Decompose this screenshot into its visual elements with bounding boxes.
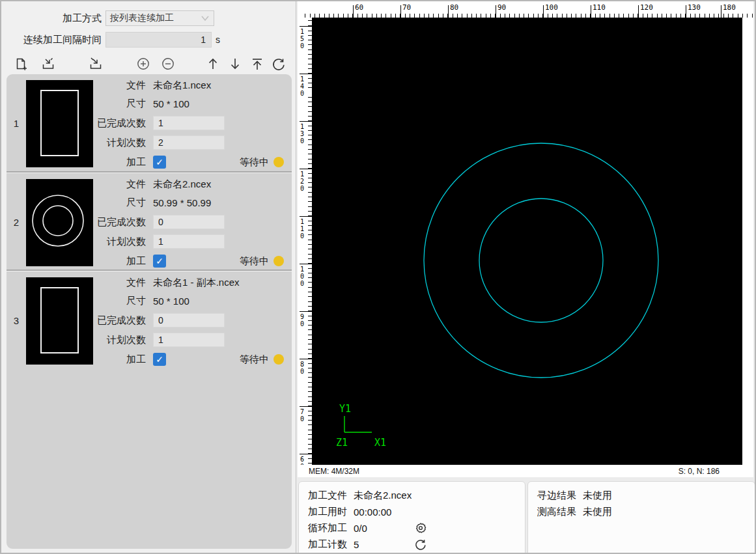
done-count-input[interactable]: [153, 116, 225, 130]
work-canvas[interactable]: Y1 Z1 X1: [312, 18, 742, 465]
file-label: 文件: [93, 79, 153, 92]
segment-count-status: S: 0, N: 186: [679, 467, 720, 476]
add-file-icon: [14, 57, 28, 71]
ruler-label: 1 1 0: [300, 218, 304, 240]
processing-status-card: 加工文件未命名2.ncex加工用时00:00:00循环加工0/0加工计数5: [298, 481, 525, 554]
file-value: 未命名2.ncex: [153, 178, 211, 191]
job-list-item[interactable]: 3 文件 未命名1 - 副本.ncex 尺寸 50 * 100 已完成次数 计划…: [7, 271, 292, 369]
ruler-major-tick: [300, 216, 312, 217]
status-row-label: 循环加工: [308, 522, 347, 534]
remove-circle-icon: [161, 57, 175, 71]
job-index: 1: [7, 74, 26, 173]
process-checkbox[interactable]: ✓: [153, 156, 166, 169]
status-row: 循环加工0/0: [308, 520, 516, 536]
mode-dropdown[interactable]: 按列表连续加工: [105, 10, 214, 26]
job-list-item[interactable]: 2 文件 未命名2.ncex 尺寸 50.99 * 50.99 已完成次数 计划…: [7, 173, 292, 271]
planned-count-input[interactable]: [153, 135, 225, 150]
job-index: 2: [7, 173, 26, 271]
export-file-button[interactable]: [89, 55, 104, 72]
file-value: 未命名1.ncex: [153, 79, 211, 92]
export-icon: [89, 57, 103, 71]
planned-count-label: 计划次数: [93, 137, 153, 149]
ruler-major-tick: [300, 406, 312, 407]
ruler-label: 120: [640, 3, 653, 12]
inner-circle-shape: [479, 199, 603, 322]
ruler-label: 80: [450, 3, 458, 12]
process-label: 加工: [93, 255, 153, 268]
ruler-label: 7 0: [300, 408, 304, 422]
size-value: 50 * 100: [153, 98, 189, 109]
axis-x-label: X1: [374, 437, 386, 449]
status-row: 加工用时00:00:00: [308, 504, 516, 520]
ruler-label: 90: [497, 3, 506, 12]
interval-unit: s: [216, 35, 220, 45]
size-value: 50.99 * 50.99: [153, 197, 211, 208]
move-down-icon: [228, 57, 242, 71]
ruler-major-tick: [543, 5, 544, 18]
gear-icon[interactable]: [414, 521, 427, 534]
status-row-value: 00:00:00: [354, 506, 391, 518]
ruler-label: 1 5 0: [300, 28, 304, 49]
ruler-major-tick: [496, 5, 496, 18]
status-row: 加工文件未命名2.ncex: [308, 488, 516, 504]
ruler-major-tick: [300, 26, 312, 27]
planned-count-input[interactable]: [153, 333, 225, 347]
result-status-card: 寻边结果未使用测高结果未使用: [527, 481, 755, 554]
size-label: 尺寸: [93, 197, 153, 209]
ruler-major-tick: [721, 5, 721, 18]
status-dot-icon: [273, 354, 284, 365]
move-to-top-button[interactable]: [249, 55, 264, 72]
planned-count-input[interactable]: [153, 234, 225, 249]
status-row-label: 加工用时: [308, 506, 347, 518]
axis-indicator: Y1 Z1 X1: [336, 403, 386, 449]
top-ruler: 60708090100110120130180: [298, 1, 753, 18]
ruler-label: 110: [593, 3, 606, 12]
ruler-major-tick: [638, 5, 639, 18]
add-file-button[interactable]: [13, 55, 28, 72]
ruler-major-tick: [686, 5, 686, 18]
status-row: 加工计数5: [308, 536, 516, 553]
import-file-button[interactable]: [41, 55, 56, 72]
ruler-major-tick: [300, 311, 312, 312]
process-checkbox[interactable]: ✓: [153, 255, 166, 268]
ruler-major-tick: [300, 359, 312, 359]
done-count-input[interactable]: [153, 313, 225, 327]
ruler-major-tick: [448, 5, 449, 18]
job-index: 3: [7, 271, 26, 370]
add-count-button[interactable]: [136, 55, 151, 72]
process-checkbox[interactable]: ✓: [153, 353, 166, 366]
file-label: 文件: [93, 277, 153, 289]
done-count-input[interactable]: [153, 215, 225, 229]
ruler-major-tick: [300, 264, 312, 264]
done-count-label: 已完成次数: [93, 314, 153, 327]
axis-z-label: Z1: [336, 437, 348, 449]
job-thumbnail: [26, 179, 93, 266]
job-list-item[interactable]: 1 文件 未命名1.ncex 尺寸 50 * 100 已完成次数 计划次数 加工…: [7, 74, 292, 173]
job-toolbar: [13, 53, 287, 74]
ruler-label: 1 2 0: [300, 171, 304, 192]
ruler-label: 60: [355, 3, 363, 12]
ruler-major-tick: [591, 5, 591, 18]
ruler-label: 1 0 0: [300, 266, 304, 287]
planned-count-label: 计划次数: [93, 334, 153, 346]
bottom-info-area: 加工文件未命名2.ncex加工用时00:00:00循环加工0/0加工计数5 寻边…: [298, 477, 756, 554]
status-row-value: 未使用: [583, 506, 612, 518]
ruler-label: 130: [688, 3, 701, 12]
interval-label: 连续加工间隔时间: [1, 34, 105, 46]
move-down-button[interactable]: [227, 55, 242, 72]
ruler-label: 1 3 0: [300, 123, 304, 145]
axis-y-label: Y1: [339, 403, 351, 415]
canvas-status-strip: MEM: 4M/32M S: 0, N: 186: [298, 465, 753, 477]
status-row-value: 未使用: [583, 490, 612, 502]
job-list[interactable]: 1 文件 未命名1.ncex 尺寸 50 * 100 已完成次数 计划次数 加工…: [7, 74, 292, 549]
interval-input[interactable]: [105, 32, 212, 48]
move-up-button[interactable]: [205, 55, 220, 72]
process-label: 加工: [93, 156, 153, 169]
left-ruler: 1 5 01 4 01 3 01 2 01 1 01 0 09 08 07 06…: [298, 18, 312, 465]
reset-list-button[interactable]: [272, 55, 287, 72]
move-to-top-icon: [250, 57, 264, 71]
remove-count-button[interactable]: [160, 55, 175, 72]
memory-status: MEM: 4M/32M: [309, 467, 359, 476]
reset-icon[interactable]: [414, 538, 427, 551]
done-count-label: 已完成次数: [93, 216, 153, 229]
